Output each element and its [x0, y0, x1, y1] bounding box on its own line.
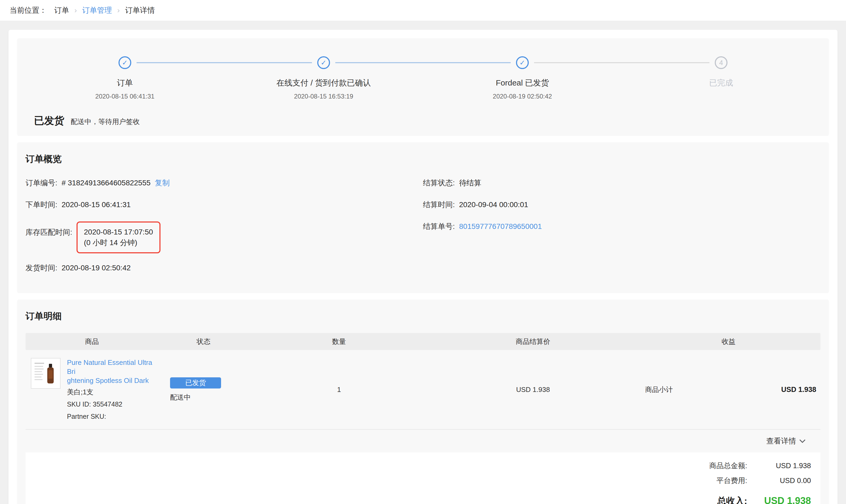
order-detail-page: 当前位置： 订单 › 订单管理 › 订单详情 ✓ 订单 2020-08-15 0… [0, 0, 846, 504]
delivery-status-text: 配送中 [170, 393, 249, 402]
product-sku-id: SKU ID: 35547482 [67, 399, 158, 409]
step-shipped: ✓ Fordeal 已发货 2020-08-19 02:50:42 [423, 56, 622, 100]
table-header: 商品 状态 数量 商品结算价 收益 [25, 333, 821, 350]
view-detail-row: 查看详情 [25, 430, 821, 452]
breadcrumb-item-orders[interactable]: 订单 [54, 5, 69, 15]
overview-grid: 订单编号: # 31824913664605822555 复制 下单时间: 20… [25, 178, 821, 285]
step-ordered: ✓ 订单 2020-08-15 06:41:31 [25, 56, 224, 100]
product-cell: Pure Natural Essential Ultra Brightening… [25, 358, 158, 421]
order-progress-panel: ✓ 订单 2020-08-15 06:41:31 ✓ 在线支付 / 货到付款已确… [17, 38, 829, 136]
quantity-cell: 1 [249, 358, 429, 421]
settle-number-link[interactable]: 80159777670789650001 [459, 222, 542, 231]
product-name-line2: ghtening Spotless Oil Dark [67, 377, 149, 384]
settle-status-row: 结算状态: 待结算 [423, 178, 821, 188]
breadcrumb-prefix: 当前位置： [10, 5, 47, 15]
copy-order-number-link[interactable]: 复制 [155, 178, 170, 188]
step-time: 2020-08-19 02:50:42 [493, 93, 552, 100]
check-circle-icon: ✓ [317, 56, 330, 69]
settle-number-row: 结算单号: 80159777670789650001 [423, 221, 821, 232]
order-totals: 商品总金额: USD 1.938 平台费用: USD 0.00 总收入: USD… [25, 452, 821, 504]
step-number-icon: 4 [715, 56, 727, 69]
order-status-desc: 配送中，等待用户签收 [71, 117, 140, 126]
breadcrumb-separator-icon: › [117, 6, 120, 15]
step-time: 2020-08-15 06:41:31 [95, 93, 155, 100]
order-number-label: 订单编号: [25, 178, 57, 188]
order-status-line: 已发货 配送中，等待用户签收 [25, 114, 821, 127]
order-time-label: 下单时间: [25, 200, 57, 210]
breadcrumb: 当前位置： 订单 › 订单管理 › 订单详情 [0, 0, 846, 21]
order-time-row: 下单时间: 2020-08-15 06:41:31 [25, 200, 423, 210]
subtotal-value: USD 1.938 [781, 385, 816, 394]
order-item-row: Pure Natural Essential Ultra Brightening… [25, 350, 821, 430]
overview-title: 订单概览 [25, 151, 821, 165]
order-steps: ✓ 订单 2020-08-15 06:41:31 ✓ 在线支付 / 货到付款已确… [25, 47, 821, 100]
subtotal-label: 商品小计 [645, 385, 673, 394]
step-completed: 4 已完成 [622, 56, 821, 100]
total-income-value: USD 1.938 [747, 495, 811, 504]
step-title: 订单 [117, 77, 133, 88]
overview-left-column: 订单编号: # 31824913664605822555 复制 下单时间: 20… [25, 178, 423, 285]
platform-fee-label: 平台费用: [716, 476, 747, 485]
order-items-section: 订单明细 商品 状态 数量 商品结算价 收益 [17, 300, 829, 504]
settle-number-label: 结算单号: [423, 221, 455, 232]
shipped-status-badge: 已发货 [170, 377, 221, 389]
product-name-link[interactable]: Pure Natural Essential Ultra Brightening… [67, 358, 158, 385]
stock-match-time: 2020-08-15 17:07:50 [84, 228, 153, 236]
order-number-row: 订单编号: # 31824913664605822555 复制 [25, 178, 423, 188]
settle-time-row: 结算时间: 2020-09-04 00:00:01 [423, 200, 821, 210]
total-income-row: 总收入: USD 1.938 [35, 495, 811, 504]
platform-fee-row: 平台费用: USD 0.00 [35, 476, 811, 485]
settle-time-value: 2020-09-04 00:00:01 [459, 200, 528, 209]
step-time: 2020-08-15 16:53:19 [294, 93, 353, 100]
view-detail-button[interactable]: 查看详情 [766, 436, 806, 446]
settle-status-label: 结算状态: [423, 178, 455, 188]
breadcrumb-item-order-detail: 订单详情 [125, 5, 155, 15]
product-partner-sku: Partner SKU: [67, 412, 158, 421]
column-header-quantity: 数量 [249, 337, 429, 346]
order-items-title: 订单明细 [25, 308, 821, 322]
step-payment-confirmed: ✓ 在线支付 / 货到付款已确认 2020-08-15 16:53:19 [224, 56, 423, 100]
order-time-value: 2020-08-15 06:41:31 [61, 200, 131, 209]
stock-match-highlight-box: 2020-08-15 17:07:50 (0 小时 14 分钟) [76, 221, 160, 253]
step-title: Fordeal 已发货 [496, 77, 549, 88]
total-income-label: 总收入: [717, 495, 747, 504]
column-header-product: 商品 [25, 337, 158, 346]
order-detail-card: ✓ 订单 2020-08-15 06:41:31 ✓ 在线支付 / 货到付款已确… [8, 30, 838, 504]
product-name-line1: Pure Natural Essential Ultra Bri [67, 359, 152, 376]
stock-match-label: 库存匹配时间: [25, 221, 72, 237]
total-amount-label: 商品总金额: [709, 461, 747, 470]
income-cell: 商品小计 USD 1.938 [637, 358, 821, 421]
column-header-income: 收益 [637, 337, 821, 346]
view-detail-label: 查看详情 [766, 436, 796, 446]
ship-time-row: 发货时间: 2020-08-19 02:50:42 [25, 263, 423, 273]
breadcrumb-item-order-management[interactable]: 订单管理 [82, 5, 112, 15]
settle-price-cell: USD 1.938 [429, 358, 637, 421]
order-number-value: # 31824913664605822555 [61, 179, 151, 187]
order-overview-section: 订单概览 订单编号: # 31824913664605822555 复制 下单时… [17, 142, 829, 293]
product-spec: 美白;1支 [67, 387, 158, 397]
order-status-title: 已发货 [34, 114, 64, 127]
platform-fee-value: USD 0.00 [747, 476, 811, 485]
ship-time-label: 发货时间: [25, 263, 57, 273]
stock-match-row: 库存匹配时间: 2020-08-15 17:07:50 (0 小时 14 分钟) [25, 221, 423, 253]
column-header-status: 状态 [158, 337, 249, 346]
ship-time-value: 2020-08-19 02:50:42 [61, 264, 131, 272]
step-title: 已完成 [709, 77, 733, 88]
total-amount-row: 商品总金额: USD 1.938 [35, 461, 811, 470]
total-amount-value: USD 1.938 [747, 462, 811, 470]
check-circle-icon: ✓ [119, 56, 131, 69]
product-image[interactable] [31, 358, 60, 389]
settle-time-label: 结算时间: [423, 200, 455, 210]
product-info: Pure Natural Essential Ultra Brightening… [67, 358, 158, 421]
overview-right-column: 结算状态: 待结算 结算时间: 2020-09-04 00:00:01 结算单号… [423, 178, 821, 285]
stock-match-duration: (0 小时 14 分钟) [84, 238, 137, 247]
step-title: 在线支付 / 货到付款已确认 [276, 77, 371, 88]
settle-status-value: 待结算 [459, 178, 481, 188]
order-items-table: 商品 状态 数量 商品结算价 收益 [25, 333, 821, 430]
breadcrumb-separator-icon: › [74, 6, 77, 15]
product-image-graphic [32, 360, 59, 387]
column-header-settle-price: 商品结算价 [429, 337, 637, 346]
check-circle-icon: ✓ [516, 56, 529, 69]
status-cell: 已发货 配送中 [158, 358, 249, 421]
chevron-down-icon [799, 439, 806, 443]
